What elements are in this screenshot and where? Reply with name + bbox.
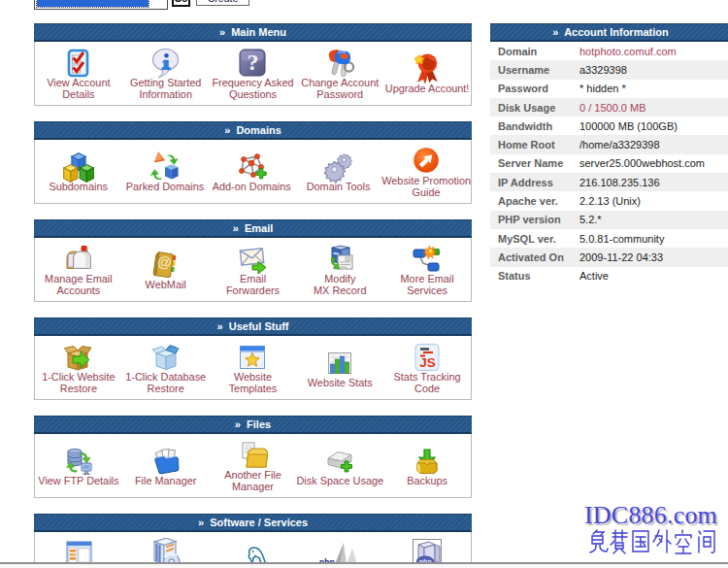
svg-text:JS: JS	[419, 355, 436, 370]
svg-text:@: @	[156, 251, 173, 270]
svg-text:?: ?	[248, 49, 259, 74]
